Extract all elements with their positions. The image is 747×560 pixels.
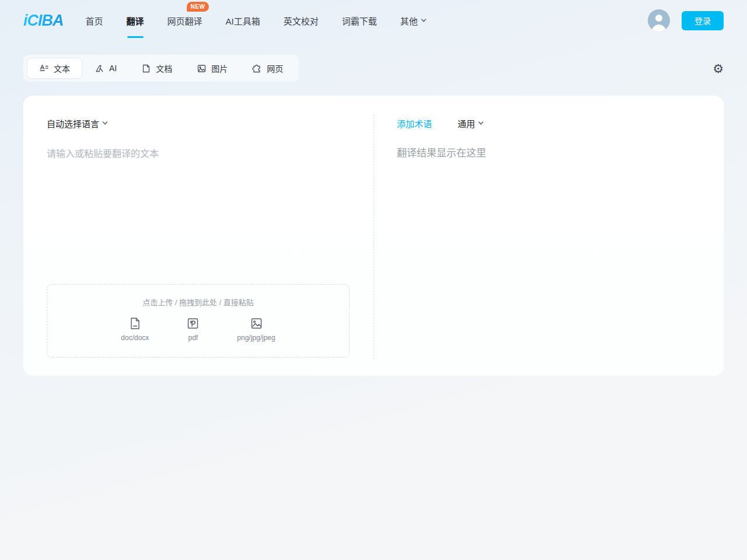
tabbar-row: 文本 AI 文档 图片 — [23, 55, 724, 82]
source-text-input[interactable] — [47, 146, 350, 292]
nav-item-home[interactable]: 首页 — [86, 15, 103, 27]
doc-file-icon — [128, 317, 142, 330]
nav-item-more[interactable]: 其他 — [400, 15, 427, 27]
tab-text[interactable]: 文本 — [27, 58, 82, 79]
upload-hint: 点击上传 / 拖拽到此处 / 直接粘贴 — [47, 296, 349, 307]
nav-item-ai-toolbox[interactable]: AI工具箱 — [226, 15, 260, 27]
tab-ai[interactable]: AI — [82, 59, 129, 78]
upload-type-image[interactable]: png/jpg/jpeg — [237, 317, 275, 342]
document-icon — [141, 64, 151, 74]
mode-tabbar: 文本 AI 文档 图片 — [23, 55, 299, 82]
translator-card: 自动选择语言 点击上传 / 拖拽到此处 / 直接粘贴 doc/docx — [23, 96, 724, 376]
header-right: 登录 — [648, 9, 724, 32]
iciba-logo[interactable]: iCIBA — [23, 12, 64, 30]
upload-type-doc[interactable]: doc/docx — [121, 317, 149, 342]
upload-type-pdf[interactable]: pdf — [186, 317, 200, 342]
tab-webpage[interactable]: 网页 — [240, 58, 295, 79]
source-panel: 自动选择语言 点击上传 / 拖拽到此处 / 直接粘贴 doc/docx — [23, 96, 374, 376]
domain-selector[interactable]: 通用 — [458, 117, 484, 130]
image-icon — [197, 64, 207, 74]
new-badge: NEW — [187, 2, 210, 12]
gear-icon[interactable]: ⚙ — [713, 62, 724, 75]
tab-image[interactable]: 图片 — [184, 58, 240, 79]
text-icon — [39, 64, 49, 74]
user-icon — [648, 9, 670, 32]
avatar[interactable] — [648, 9, 670, 32]
nav-item-download[interactable]: 词霸下载 — [342, 15, 377, 27]
result-placeholder: 翻译结果显示在这里 — [397, 145, 700, 159]
nav-item-proofread[interactable]: 英文校对 — [284, 15, 319, 27]
image-file-icon — [250, 317, 263, 330]
nav-item-webpage-translate[interactable]: NEW 网页翻译 — [167, 15, 203, 27]
tab-document[interactable]: 文档 — [129, 58, 184, 79]
chevron-down-icon — [478, 120, 484, 126]
result-panel: 添加术语 通用 翻译结果显示在这里 — [374, 96, 724, 376]
add-term-link[interactable]: 添加术语 — [397, 117, 432, 130]
upload-dropzone[interactable]: 点击上传 / 拖拽到此处 / 直接粘贴 doc/docx — [47, 284, 350, 358]
login-button[interactable]: 登录 — [682, 11, 724, 30]
chevron-down-icon — [102, 120, 108, 126]
source-language-selector[interactable]: 自动选择语言 — [47, 117, 108, 130]
chevron-down-icon — [421, 18, 427, 23]
main-nav: 首页 翻译 NEW 网页翻译 AI工具箱 英文校对 词霸下载 其他 — [86, 15, 427, 27]
upload-types: doc/docx pdf png/jpg/j — [47, 317, 349, 342]
header: iCIBA 首页 翻译 NEW 网页翻译 AI工具箱 英文校对 词霸下载 其他 — [0, 0, 747, 41]
nav-item-translate[interactable]: 翻译 — [127, 15, 144, 27]
ai-icon — [95, 64, 104, 74]
webpage-icon — [252, 64, 262, 74]
pdf-file-icon — [186, 317, 200, 330]
